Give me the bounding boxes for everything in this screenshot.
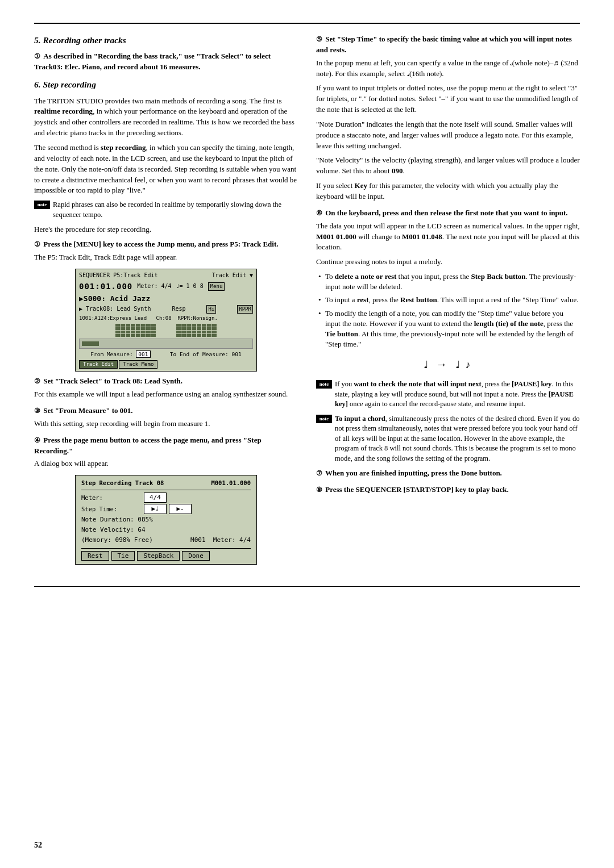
dialog-tie-btn[interactable]: Tie [111, 551, 135, 561]
lcd-tab-memo[interactable]: Track Memo [119, 360, 157, 369]
step4-item: ④ Press the page menu button to access t… [34, 435, 298, 470]
step6-header: ⑥ On the keyboard, press and then releas… [316, 208, 580, 219]
section6-intro2: The second method is step recording, in … [34, 143, 298, 196]
note-symbol-3: ♪ [466, 357, 473, 372]
lcd-track-row: ▶ Track08: Lead Synth Resp Hi RPPR [79, 305, 253, 314]
dialog-stepback-btn[interactable]: StepBack [137, 551, 180, 561]
lcd-header-left: SEQUENCER P5:Track Edit [79, 272, 157, 280]
lcd-header-right: Track Edit ▼ [212, 272, 253, 280]
step1-item: ① Press the [MENU] key to access the Jum… [34, 239, 298, 263]
bullet-rest: To input a rest, press the Rest button. … [316, 295, 580, 305]
dialog-memory-field: (Memory: 098% Free) M001 Meter: 4/4 [81, 536, 251, 545]
page: 5. Recording other tracks ① As described… [0, 0, 614, 868]
step5-p4: "Note Velocity" is the velocity (playing… [316, 155, 580, 177]
dialog-memory-label: (Memory: 098% Free) [81, 536, 153, 545]
circle-r5: ⑤ [316, 35, 322, 44]
note-label-1: note [34, 201, 50, 209]
lcd-scroll-thumb[interactable] [82, 341, 99, 346]
lcd-tempo: ♩= 1 0 8 [176, 282, 204, 291]
circle-r7: ⑦ [316, 469, 322, 478]
lcd-measure-row: From Measure: 001 To End of Measure: 001 [79, 350, 253, 358]
lcd-time: 001:01.000 [79, 281, 132, 292]
step1-body: The P5: Track Edit, Track Edit page will… [34, 252, 298, 263]
note-box-3: note To input a chord, simultaneously pr… [316, 414, 580, 464]
bullet-tie: To modify the length of a note, you can … [316, 308, 580, 350]
dialog-meter-field: Meter: 4/4 [81, 493, 251, 503]
circle-r6: ⑥ [316, 208, 322, 218]
step5-p5: If you select Key for this parameter, th… [316, 181, 580, 202]
lcd-resp: Resp [172, 305, 185, 314]
step2-body: For this example we will input a lead pe… [34, 389, 298, 400]
lcd-scrollbar[interactable] [79, 339, 253, 349]
section5-title: 5. Recording other tracks [34, 34, 298, 47]
dialog-rest-btn[interactable]: Rest [81, 551, 109, 561]
section5-step1-text: ① As described in "Recording the bass tr… [34, 51, 298, 73]
step2-item: ② Set "Track Select" to Track 08: Lead S… [34, 376, 298, 400]
lcd-menu-btn[interactable]: Menu [208, 282, 225, 291]
music-notation: ♩ → ♩ ♪ [316, 356, 580, 373]
step6-bullets: To delete a note or rest that you input,… [316, 272, 580, 349]
step2-header: ② Set "Track Select" to Track 08: Lead S… [34, 376, 298, 387]
lcd-to-measure: 001 [232, 351, 242, 357]
lcd-tab-edit[interactable]: Track Edit [79, 360, 118, 369]
circle-s1: ① [34, 240, 40, 249]
main-content: 5. Recording other tracks ① As described… [34, 34, 580, 569]
bottom-rule [34, 586, 580, 587]
note-text-2: If you want to check the note that will … [335, 379, 580, 410]
step3-body: With this setting, step recording will b… [34, 419, 298, 429]
step4-header: ④ Press the page menu button to access t… [34, 435, 298, 457]
step6-p1: The data you input will appear in the LC… [316, 221, 580, 253]
section6-intro1: The TRITON STUDIO provides two main meth… [34, 96, 298, 139]
lcd-meter: Meter: 4/4 [137, 282, 171, 291]
section5-step1: ① As described in "Recording the bass tr… [34, 51, 298, 73]
lcd-track-label: ▶ Track08: Lead Synth [79, 305, 151, 314]
circle-s2: ② [34, 377, 40, 386]
note-symbol-1: ♩ [424, 357, 430, 372]
step5-item: ⑤ Set "Step Time" to specify the basic t… [316, 34, 580, 202]
step5-header: ⑤ Set "Step Time" to specify the basic t… [316, 34, 580, 56]
dialog-note-velocity-field: Note Velocity: 64 [81, 525, 251, 535]
lcd-tabs: Track Edit Track Memo [79, 360, 253, 369]
note-label-2: note [316, 380, 332, 389]
lcd-hi-btn[interactable]: Hi [206, 305, 216, 314]
dialog-divider-top [81, 490, 251, 490]
note-text-1: Rapid phrases can also be recorded in re… [53, 200, 298, 220]
lcd-ch-info: 1001:A124:Express Lead Ch:08 RPPR:Nonsig… [79, 315, 253, 322]
step8-item: ⑧ Press the SEQUENCER [START/STOP] key t… [316, 485, 580, 495]
step3-item: ③ Set "From Measure" to 001. With this s… [34, 406, 298, 429]
procedure-intro: Here's the procedure for step recording. [34, 224, 298, 235]
section5-step1-label: As described in "Recording the bass trac… [34, 52, 271, 71]
step8-header: ⑧ Press the SEQUENCER [START/STOP] key t… [316, 485, 580, 495]
dialog-step-time-val2[interactable]: ▶- [169, 504, 192, 514]
step5-p2: If you want to input triplets or dotted … [316, 83, 580, 115]
lcd-grid-left [115, 324, 156, 337]
lcd-grid-right [176, 324, 217, 337]
note-box-2: note If you want to check the note that … [316, 379, 580, 410]
step7-item: ⑦ When you are finished inputting, press… [316, 468, 580, 479]
dialog-step-time-val1[interactable]: ▶♩ [144, 504, 167, 514]
lcd-rppr-btn: RPPR [237, 305, 253, 314]
dialog-note-velocity-label: Note Velocity: 64 [81, 525, 146, 535]
step3-header: ③ Set "From Measure" to 001. [34, 406, 298, 416]
step5-p3: "Note Duration" indicates the length tha… [316, 119, 580, 152]
dialog-step-time-field: Step Time: ▶♩ ▶- [81, 504, 251, 514]
dialog-done-btn[interactable]: Done [182, 551, 210, 561]
lcd-top-bar: SEQUENCER P5:Track Edit Track Edit ▼ [79, 272, 253, 280]
section6-title: 6. Step recording [34, 78, 298, 91]
note-box-1: note Rapid phrases can also be recorded … [34, 200, 298, 220]
dialog-title-left: Step Recording Track 08 [81, 479, 164, 487]
dialog-title-right: M001.01.000 [211, 479, 251, 487]
dialog-step-time-label: Step Time: [81, 505, 144, 514]
note-label-3: note [316, 415, 332, 423]
lcd-from-measure[interactable]: 001 [136, 350, 150, 358]
page-number: 52 [34, 840, 42, 851]
top-rule [34, 23, 580, 24]
circle-r8: ⑧ [316, 485, 322, 495]
arrow-symbol: → [436, 356, 450, 373]
step6-p2: Continue pressing notes to input a melod… [316, 257, 580, 268]
step7-header: ⑦ When you are finished inputting, press… [316, 468, 580, 479]
step1-header: ① Press the [MENU] key to access the Jum… [34, 239, 298, 250]
dialog-meter-value[interactable]: 4/4 [144, 493, 167, 503]
circle-1: ① [34, 52, 40, 61]
lcd-grid-spacer [160, 324, 172, 337]
